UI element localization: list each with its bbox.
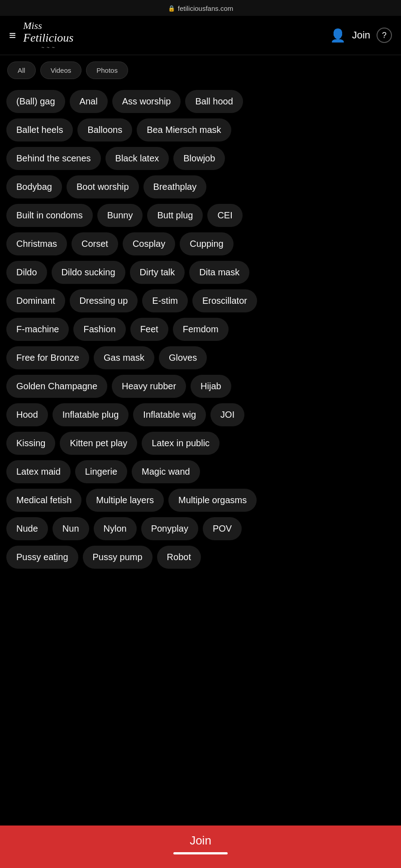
- tag-item[interactable]: JOI: [210, 403, 244, 426]
- tag-item[interactable]: Cosplay: [123, 232, 175, 255]
- tag-item[interactable]: Kissing: [6, 432, 55, 455]
- tag-item[interactable]: Nylon: [94, 517, 137, 540]
- category-pill[interactable]: Photos: [86, 61, 128, 79]
- tag-item[interactable]: Boot worship: [67, 175, 139, 198]
- tag-item[interactable]: Robot: [157, 546, 201, 569]
- tag-item[interactable]: CEI: [207, 204, 242, 227]
- tag-item[interactable]: Cupping: [180, 232, 234, 255]
- tag-item[interactable]: Feet: [130, 318, 168, 341]
- tag-item[interactable]: Butt plug: [147, 204, 203, 227]
- tag-item[interactable]: Dildo sucking: [52, 261, 125, 284]
- help-icon-button[interactable]: ?: [377, 28, 392, 43]
- tag-item[interactable]: Lingerie: [75, 460, 127, 483]
- tag-item[interactable]: Hood: [6, 403, 48, 426]
- tag-item[interactable]: Inflatable plug: [53, 403, 129, 426]
- tag-item[interactable]: Bea Miersch mask: [137, 118, 231, 142]
- tag-item[interactable]: Latex in public: [142, 432, 220, 455]
- tag-item[interactable]: Gas mask: [94, 346, 154, 369]
- logo-area: Miss Fetilicious ~ ~ ~: [23, 20, 329, 50]
- tag-item[interactable]: Dita mask: [189, 261, 249, 284]
- tag-item[interactable]: POV: [203, 517, 242, 540]
- logo: Miss Fetilicious ~ ~ ~: [23, 20, 73, 50]
- tag-row: NudeNunNylonPonyplayPOV: [6, 517, 395, 540]
- logo-sub: ~ ~ ~: [23, 45, 73, 50]
- tag-item[interactable]: Nun: [53, 517, 89, 540]
- tag-item[interactable]: Multiple orgasms: [168, 489, 257, 512]
- tag-item[interactable]: Inflatable wig: [133, 403, 206, 426]
- tag-row: DominantDressing upE-stimEroscillator: [6, 289, 395, 312]
- logo-line2: Fetilicious: [23, 31, 73, 44]
- header-right: 👤 Join ?: [330, 28, 392, 43]
- tag-item[interactable]: Heavy rubber: [112, 375, 186, 398]
- tag-row: KissingKitten pet playLatex in public: [6, 432, 395, 455]
- home-indicator: [173, 852, 228, 854]
- tag-item[interactable]: Bodybag: [6, 175, 62, 198]
- tag-item[interactable]: Breathplay: [143, 175, 207, 198]
- tag-item[interactable]: Fashion: [73, 318, 125, 341]
- tag-item[interactable]: Magic wand: [132, 460, 200, 483]
- tag-row: HoodInflatable plugInflatable wigJOI: [6, 403, 395, 426]
- tag-item[interactable]: Anal: [70, 90, 108, 113]
- tag-item[interactable]: Kitten pet play: [60, 432, 137, 455]
- tag-item[interactable]: Ballet heels: [6, 118, 73, 142]
- category-scroll: AllVideosPhotos: [0, 55, 401, 85]
- tag-item[interactable]: Golden Champagne: [6, 375, 107, 398]
- header: ≡ Miss Fetilicious ~ ~ ~ 👤 Join ?: [0, 16, 401, 55]
- tag-item[interactable]: Dressing up: [70, 289, 138, 312]
- tag-item[interactable]: Pussy eating: [6, 546, 78, 569]
- tag-item[interactable]: Multiple layers: [86, 489, 164, 512]
- tag-item[interactable]: Eroscillator: [192, 289, 257, 312]
- tag-row: ChristmasCorsetCosplayCupping: [6, 232, 395, 255]
- join-button-bottom[interactable]: Join: [190, 834, 211, 848]
- tag-item[interactable]: Ponyplay: [141, 517, 198, 540]
- hamburger-menu[interactable]: ≡: [9, 28, 16, 42]
- tag-item[interactable]: Bunny: [97, 204, 143, 227]
- tags-section: (Ball) gagAnalAss worshipBall hoodBallet…: [0, 85, 401, 628]
- tag-item[interactable]: E-stim: [142, 289, 188, 312]
- tag-item[interactable]: Latex maid: [6, 460, 71, 483]
- tag-row: Golden ChampagneHeavy rubberHijab: [6, 375, 395, 398]
- tag-row: (Ball) gagAnalAss worshipBall hood: [6, 90, 395, 113]
- tag-item[interactable]: Balloons: [77, 118, 132, 142]
- category-pill[interactable]: Videos: [40, 61, 82, 79]
- tag-item[interactable]: Built in condoms: [6, 204, 93, 227]
- tag-item[interactable]: Nude: [6, 517, 48, 540]
- tag-row: Medical fetishMultiple layersMultiple or…: [6, 489, 395, 512]
- tag-item[interactable]: (Ball) gag: [6, 90, 65, 113]
- join-button-header[interactable]: Join: [352, 29, 370, 41]
- tag-item[interactable]: Dominant: [6, 289, 65, 312]
- logo-line1: Miss: [23, 20, 42, 31]
- url-text: fetiliciousfans.com: [178, 5, 234, 12]
- tag-item[interactable]: Femdom: [173, 318, 229, 341]
- tag-row: Free for BronzeGas maskGloves: [6, 346, 395, 369]
- status-bar: 🔒 fetiliciousfans.com: [0, 0, 401, 16]
- tag-item[interactable]: Behind the scenes: [6, 147, 101, 170]
- tag-row: Latex maidLingerieMagic wand: [6, 460, 395, 483]
- tag-item[interactable]: Ass worship: [112, 90, 181, 113]
- tag-row: DildoDildo suckingDirty talkDita mask: [6, 261, 395, 284]
- tag-item[interactable]: Blowjob: [173, 147, 225, 170]
- tag-item[interactable]: Free for Bronze: [6, 346, 89, 369]
- tag-row: F-machineFashionFeetFemdom: [6, 318, 395, 341]
- tag-row: Behind the scenesBlack latexBlowjob: [6, 147, 395, 170]
- tag-item[interactable]: Gloves: [159, 346, 207, 369]
- tag-row: Ballet heelsBalloonsBea Miersch mask: [6, 118, 395, 142]
- tag-item[interactable]: Ball hood: [185, 90, 243, 113]
- lock-icon: 🔒: [168, 5, 175, 12]
- category-pill[interactable]: All: [7, 61, 36, 79]
- tag-row: Pussy eatingPussy pumpRobot: [6, 546, 395, 569]
- tag-item[interactable]: Hijab: [191, 375, 231, 398]
- tag-item[interactable]: F-machine: [6, 318, 69, 341]
- bottom-bar: Join: [0, 826, 401, 868]
- tag-item[interactable]: Dirty talk: [130, 261, 185, 284]
- tag-item[interactable]: Christmas: [6, 232, 67, 255]
- tag-item[interactable]: Corset: [72, 232, 118, 255]
- tag-item[interactable]: Dildo: [6, 261, 47, 284]
- tag-row: Built in condomsBunnyButt plugCEI: [6, 204, 395, 227]
- tag-item[interactable]: Medical fetish: [6, 489, 81, 512]
- tag-item[interactable]: Pussy pump: [83, 546, 153, 569]
- user-icon-button[interactable]: 👤: [330, 28, 346, 43]
- tag-item[interactable]: Black latex: [105, 147, 169, 170]
- tag-row: BodybagBoot worshipBreathplay: [6, 175, 395, 198]
